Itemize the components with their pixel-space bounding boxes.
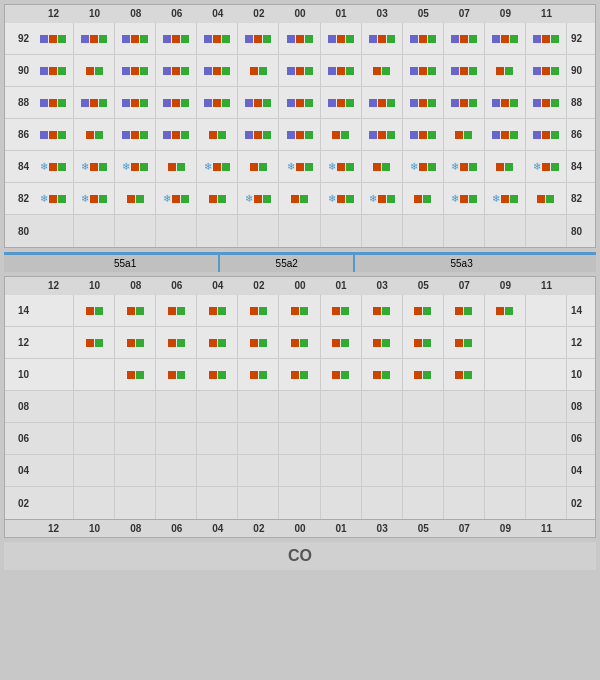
main-container: 12 10 08 06 04 02 00 01 03 05 07 09 11 9… bbox=[0, 0, 600, 680]
cell-88-1 bbox=[74, 87, 115, 118]
cell-86-9 bbox=[403, 119, 444, 150]
cell-82-3: ❄ bbox=[156, 183, 197, 214]
cell-90-2 bbox=[115, 55, 156, 86]
b-y-label-02: 02 bbox=[5, 498, 33, 509]
col-header-03: 03 bbox=[362, 5, 403, 23]
cell-80-8 bbox=[362, 215, 403, 247]
b-cell-02-8 bbox=[362, 487, 403, 519]
b-cell-08-12 bbox=[526, 391, 567, 422]
b-x-06: 06 bbox=[156, 520, 197, 537]
cell-92-2 bbox=[115, 23, 156, 54]
cell-82-5: ❄ bbox=[238, 183, 279, 214]
b-cell-12-10 bbox=[444, 327, 485, 358]
b-x-05: 05 bbox=[403, 520, 444, 537]
b-cell-12-3 bbox=[156, 327, 197, 358]
b-cell-04-0 bbox=[33, 455, 74, 486]
cell-90-3 bbox=[156, 55, 197, 86]
b-cell-10-10 bbox=[444, 359, 485, 390]
b-col-header-04: 04 bbox=[197, 277, 238, 295]
cell-92-1 bbox=[74, 23, 115, 54]
cell-90-4 bbox=[197, 55, 238, 86]
cell-82-4 bbox=[197, 183, 238, 214]
top-row-90: 90 90 bbox=[5, 55, 595, 87]
col-header-01: 01 bbox=[321, 5, 362, 23]
cell-80-11 bbox=[485, 215, 526, 247]
b-cell-04-7 bbox=[321, 455, 362, 486]
b-cell-02-3 bbox=[156, 487, 197, 519]
b-cell-08-3 bbox=[156, 391, 197, 422]
cell-84-5 bbox=[238, 151, 279, 182]
b-cell-06-12 bbox=[526, 423, 567, 454]
b-cell-12-2 bbox=[115, 327, 156, 358]
b-cell-08-8 bbox=[362, 391, 403, 422]
b-x-spacer bbox=[5, 520, 33, 537]
seg-spacer-left bbox=[4, 255, 32, 272]
b-cell-04-6 bbox=[279, 455, 320, 486]
segment-55a3: 55a3 bbox=[355, 255, 568, 272]
cell-90-7 bbox=[321, 55, 362, 86]
cell-82-8: ❄ bbox=[362, 183, 403, 214]
cell-86-6 bbox=[279, 119, 320, 150]
b-cell-10-6 bbox=[279, 359, 320, 390]
cell-84-10: ❄ bbox=[444, 151, 485, 182]
cell-80-12 bbox=[526, 215, 567, 247]
b-x-10: 10 bbox=[74, 520, 115, 537]
bottom-row-08: 08 08 bbox=[5, 391, 595, 423]
col-header-08: 08 bbox=[115, 5, 156, 23]
b-y-label-06: 06 bbox=[5, 433, 33, 444]
b-cell-06-7 bbox=[321, 423, 362, 454]
cell-88-6 bbox=[279, 87, 320, 118]
b-x-09: 09 bbox=[485, 520, 526, 537]
b-cell-04-11 bbox=[485, 455, 526, 486]
b-cell-04-2 bbox=[115, 455, 156, 486]
b-cell-08-6 bbox=[279, 391, 320, 422]
cell-88-4 bbox=[197, 87, 238, 118]
cell-90-10 bbox=[444, 55, 485, 86]
y-label-84: 84 bbox=[5, 161, 33, 172]
y-label-right-82: 82 bbox=[567, 193, 595, 204]
b-cell-04-5 bbox=[238, 455, 279, 486]
b-cell-06-10 bbox=[444, 423, 485, 454]
cell-84-11 bbox=[485, 151, 526, 182]
b-cell-10-0 bbox=[33, 359, 74, 390]
bottom-x-axis: 12 10 08 06 04 02 00 01 03 05 07 09 11 bbox=[5, 519, 595, 537]
b-cell-10-7 bbox=[321, 359, 362, 390]
b-cell-02-11 bbox=[485, 487, 526, 519]
b-cell-08-1 bbox=[74, 391, 115, 422]
corner-spacer bbox=[5, 5, 33, 23]
b-cell-02-1 bbox=[74, 487, 115, 519]
b-cell-06-6 bbox=[279, 423, 320, 454]
col-header-10: 10 bbox=[74, 5, 115, 23]
b-cell-04-1 bbox=[74, 455, 115, 486]
co-label: CO bbox=[288, 547, 312, 565]
cell-86-12 bbox=[526, 119, 567, 150]
col-header-11: 11 bbox=[526, 5, 567, 23]
b-cell-08-4 bbox=[197, 391, 238, 422]
bottom-col-headers: 12 10 08 06 04 02 00 01 03 05 07 09 11 bbox=[5, 277, 595, 295]
cell-88-11 bbox=[485, 87, 526, 118]
top-row-92: 92 92 bbox=[5, 23, 595, 55]
b-cell-08-9 bbox=[403, 391, 444, 422]
b-x-02: 02 bbox=[238, 520, 279, 537]
b-cell-12-12 bbox=[526, 327, 567, 358]
b-cell-14-12 bbox=[526, 295, 567, 326]
cell-92-9 bbox=[403, 23, 444, 54]
cell-86-5 bbox=[238, 119, 279, 150]
b-cell-12-11 bbox=[485, 327, 526, 358]
b-cell-10-3 bbox=[156, 359, 197, 390]
cell-84-2: ❄ bbox=[115, 151, 156, 182]
cell-92-7 bbox=[321, 23, 362, 54]
cell-80-0 bbox=[33, 215, 74, 247]
cell-84-4: ❄ bbox=[197, 151, 238, 182]
b-x-03: 03 bbox=[362, 520, 403, 537]
b-cell-14-4 bbox=[197, 295, 238, 326]
cell-90-12 bbox=[526, 55, 567, 86]
corner-spacer-right bbox=[567, 5, 595, 23]
b-cell-12-0 bbox=[33, 327, 74, 358]
b-cell-12-8 bbox=[362, 327, 403, 358]
col-header-05: 05 bbox=[403, 5, 444, 23]
cell-82-2 bbox=[115, 183, 156, 214]
cell-92-5 bbox=[238, 23, 279, 54]
b-cell-10-2 bbox=[115, 359, 156, 390]
b-cell-10-1 bbox=[74, 359, 115, 390]
